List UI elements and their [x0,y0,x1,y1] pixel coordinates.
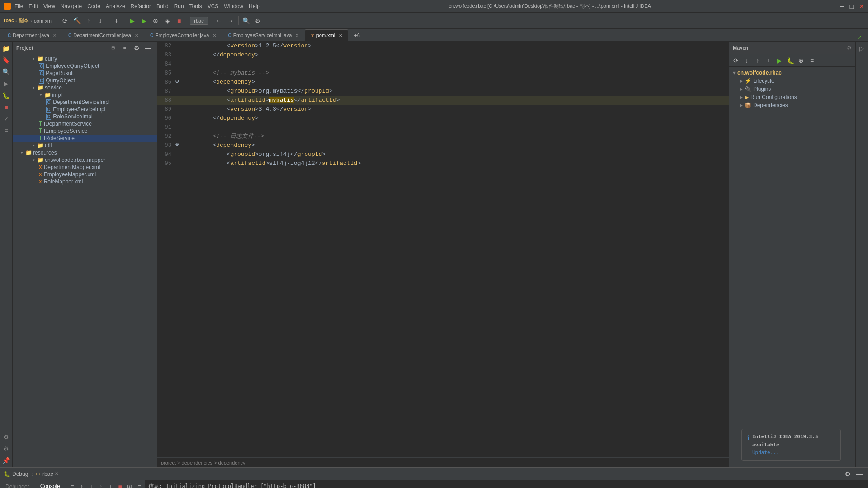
back-button[interactable]: ← [214,16,224,26]
forward-button[interactable]: → [226,16,236,26]
maven-item-dependencies[interactable]: ▸ 📦 Dependencies [729,101,855,109]
debug-tab-icon-2[interactable]: ↑ [77,482,86,488]
maven-item-run-configs[interactable]: ▸ ▶ Run Configurations [729,93,855,101]
settings-button[interactable]: ⚙ [253,16,263,26]
debug-tab-icon-5[interactable]: ↓ [106,482,115,488]
build-button[interactable]: 🔨 [72,16,82,26]
menu-refactor[interactable]: Refactor [131,3,151,9]
tab-close[interactable]: ✕ [295,33,299,38]
tree-item-mapper-folder[interactable]: ▾ 📁 cn.wolfcode.rbac.mapper [13,156,157,164]
download-button[interactable]: ↓ [95,16,105,26]
debug-console[interactable]: 信息: Initializing ProtocolHandler ["http-… [145,480,868,488]
debug-tab-console[interactable]: Console [35,481,66,488]
run-button-green[interactable]: ▶ [127,16,137,26]
debug-tab-icon-7[interactable]: ≡ [135,482,144,488]
minimize-button[interactable]: ─ [840,3,844,10]
tree-item-empserviceimpl[interactable]: C EmployeeServiceImpl [13,106,157,113]
compact-dirs[interactable]: ≡ [120,43,130,53]
close-button[interactable]: ✕ [859,3,864,10]
debug-tab-icon-1[interactable]: ≡ [67,482,77,488]
maven-download-button[interactable]: ↓ [742,56,752,66]
tab-pom-xml[interactable]: m pom.xml ✕ [305,29,348,41]
debug-settings-icon[interactable]: ⚙ [843,469,853,479]
tree-item-rolemapper[interactable]: X RoleMapper.xml [13,178,157,185]
tree-item-qurryobject[interactable]: C QurryObject [13,77,157,84]
close-panel[interactable]: — [143,43,153,53]
menu-view[interactable]: View [43,3,55,9]
tree-item-qurry[interactable]: ▾ 📁 qurry [13,55,157,62]
menu-run[interactable]: Run [174,3,184,9]
menu-vcs[interactable]: VCS [208,3,219,9]
maven-collapse-button[interactable]: ≡ [807,56,817,66]
menu-tools[interactable]: Tools [189,3,202,9]
debug-run-button[interactable]: ▶ [139,16,149,26]
tab-close[interactable]: ✕ [135,33,138,38]
sidebar-icon-stop[interactable]: ■ [1,102,11,112]
sidebar-icon-search[interactable]: 🔍 [1,67,11,77]
tree-item-pageresult[interactable]: C PageRusult [13,70,157,77]
search-everywhere-button[interactable]: 🔍 [241,16,251,26]
tree-item-util[interactable]: ▸ 📁 util [13,142,157,149]
maven-item-lifecycle[interactable]: ▸ ⚡ Lifecycle [729,77,855,85]
tree-item-roleserviceimpl[interactable]: C RoleServiceImpl [13,113,157,120]
stop-button[interactable]: ■ [174,16,184,26]
menu-analyze[interactable]: Analyze [106,3,125,9]
sidebar-icon-todo[interactable]: ✓ [1,114,11,124]
debug-tab-close[interactable]: ✕ [55,471,58,476]
tab-close[interactable]: ✕ [53,33,57,38]
maven-settings-button[interactable]: ⚙ [847,45,852,51]
coverage-button[interactable]: ⊕ [151,16,160,26]
sidebar-icon-pin[interactable]: 📌 [1,455,11,465]
settings-icon[interactable]: ⚙ [132,43,142,53]
sidebar-icon-bookmarks[interactable]: 🔖 [1,55,11,65]
sidebar-icon-maven2[interactable]: ⚙ [1,432,11,442]
maven-reload-button[interactable]: ⟳ [731,56,741,66]
sync-button[interactable]: ⟳ [60,16,70,26]
maven-skip-button[interactable]: ⊗ [796,56,806,66]
debug-tab-icon-4[interactable]: ↑ [96,482,106,488]
debug-tab-icon-6[interactable]: ⊞ [125,482,134,488]
run-config-selector[interactable]: rbac [190,17,208,25]
tree-item-deptserviceimpl[interactable]: C DepartmentServiceImpl [13,99,157,106]
menu-help[interactable]: Help [249,3,260,9]
tab-department-java[interactable]: C Department.java ✕ [2,29,62,41]
menu-file[interactable]: File [14,3,23,9]
update-button[interactable]: ↑ [84,16,94,26]
maximize-button[interactable]: □ [850,3,854,10]
sidebar-icon-project[interactable]: 📁 [1,43,11,53]
tab-department-controller[interactable]: C DepartmentController.java ✕ [62,29,144,41]
maven-add-button[interactable]: + [764,56,774,66]
menu-window[interactable]: Window [224,3,243,9]
right-sidebar-icon-1[interactable]: ▷ [857,43,867,53]
sidebar-icon-structure[interactable]: ≡ [1,126,11,136]
menu-code[interactable]: Code [87,3,100,9]
tree-item-empmapper[interactable]: X EmployeeMapper.xml [13,171,157,178]
maven-item-plugins[interactable]: ▸ 🔌 Plugins [729,85,855,93]
debug-tab-icon-3[interactable]: ↓ [86,482,96,488]
sidebar-icon-settings[interactable]: ⚙ [1,444,11,454]
tab-employee-service-impl[interactable]: C EmployeeServiceImpl.java ✕ [222,29,305,41]
tab-close[interactable]: ✕ [339,33,342,38]
tab-close[interactable]: ✕ [212,33,216,38]
sidebar-icon-debug[interactable]: 🐛 [1,90,11,100]
maven-item-root[interactable]: ▾ cn.wolfcode.rbac [729,69,855,77]
tree-item-iempservice[interactable]: I IEmployeeService [13,127,157,135]
maven-debug-button[interactable]: 🐛 [785,56,795,66]
tree-item-employeequrryobject[interactable]: C EmployeeQurryObject [13,62,157,70]
debug-close-icon[interactable]: — [854,469,864,479]
tab-more[interactable]: +6 [348,29,366,41]
tree-item-resources[interactable]: ▾ 📁 resources [13,149,157,156]
tree-item-deptmapper[interactable]: X DepartmentMapper.xml [13,164,157,171]
debug-tab-debugger[interactable]: Debugger [0,482,35,488]
tree-item-iroleservice[interactable]: I IRoleService [13,135,157,142]
maven-sources-button[interactable]: ↑ [753,56,763,66]
menu-edit[interactable]: Edit [28,3,38,9]
profile-button[interactable]: ◈ [162,16,172,26]
tree-item-service[interactable]: ▾ 📁 service [13,84,157,91]
code-editor[interactable]: 82 <version>1.2.5</version> 83 </depende… [157,42,729,457]
scope-toggle[interactable]: ⊞ [108,43,118,53]
tree-item-impl[interactable]: ▾ 📁 impl [13,91,157,99]
menu-build[interactable]: Build [156,3,169,9]
tree-item-ideptservice[interactable]: I IDepartmentService [13,120,157,127]
add-button[interactable]: + [111,16,121,26]
